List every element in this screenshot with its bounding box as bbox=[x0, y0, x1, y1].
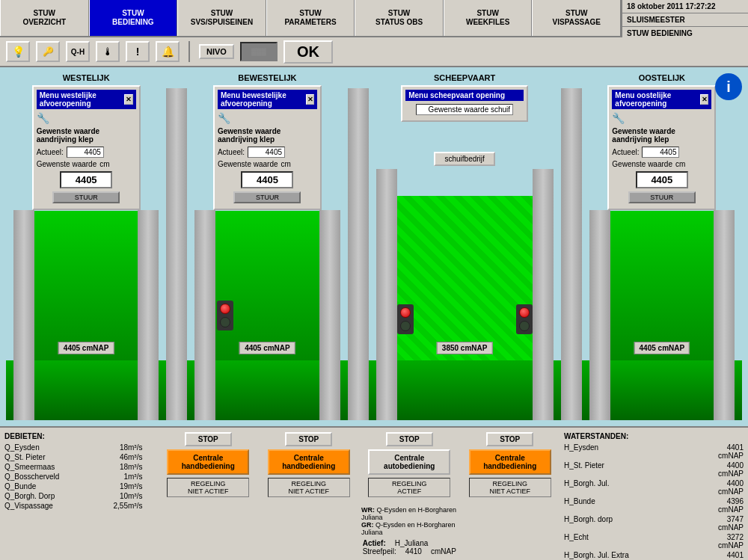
control-col-3: STOP Centralehandbediening REGELINGNIET … bbox=[462, 432, 559, 560]
debieten-row-3: Q_Bosscherveld 1 m³/s bbox=[4, 473, 154, 481]
water-row-6: H_Borgh. Jul. Extra 4401 cmNAP bbox=[564, 551, 744, 560]
tl-green-1 bbox=[220, 317, 230, 327]
oostelijk-apply-button[interactable]: STUUR bbox=[628, 191, 696, 203]
key-button[interactable]: 🔑 bbox=[36, 41, 60, 62]
oostelijk-popup-title: Menu oostelijke afvoeropening bbox=[615, 91, 700, 108]
stuw-bediening-label: STUW BEDIENING bbox=[622, 27, 748, 40]
tab-overzicht[interactable]: STUWOVERZICHT bbox=[0, 0, 89, 36]
bewestelijk-gate: 4405 cmNAP bbox=[187, 210, 347, 420]
scheepvaart-field[interactable]: Gewenste waarde schuif bbox=[416, 104, 513, 115]
water-row-1: H_St. Pieter 4400 cmNAP bbox=[564, 461, 744, 478]
bewestelijk-close-button[interactable]: ✕ bbox=[306, 94, 314, 105]
oostelijk-input[interactable] bbox=[636, 171, 688, 188]
bewestelijk-popup: Menu bewestelijke afvoeropening ✕ 🔧 Gewe… bbox=[213, 85, 322, 210]
centrale-handbediening-1[interactable]: Centralehandbediening bbox=[268, 449, 350, 475]
debieten-row-4: Q_Bunde 19 m³/s bbox=[4, 482, 154, 490]
tab-svs[interactable]: STUWSVS/SPUISEINEN bbox=[177, 0, 266, 36]
scheepvaart-gate-fill bbox=[397, 196, 533, 360]
westelijk-gewenste-label: Gewenste waarde aandrijving klep bbox=[37, 127, 136, 144]
oostelijk-actueel-label: Actueel: bbox=[612, 148, 639, 156]
debieten-title: DEBIETEN: bbox=[4, 432, 154, 440]
tl-red-1 bbox=[220, 304, 230, 314]
westelijk-pillar-left bbox=[13, 210, 34, 420]
gr-row: GR: Q-Eysden en H-Borgharen Juliana bbox=[361, 521, 458, 536]
oostelijk-close-button[interactable]: ✕ bbox=[700, 94, 708, 105]
bewestelijk-title: BEWESTELIJK bbox=[238, 73, 296, 82]
tab-weekfiles[interactable]: STUWWEEKFILES bbox=[444, 0, 533, 36]
water-value-6: 4401 cmNAP bbox=[702, 551, 744, 560]
debieten-unit-4: m³/s bbox=[128, 482, 154, 490]
qh-button[interactable]: Q-H bbox=[66, 41, 90, 62]
tab-status[interactable]: STUWSTATUS OBS bbox=[355, 0, 444, 36]
streefpeil-row: Streefpeil: 4410 cmNAP bbox=[363, 547, 456, 556]
westelijk-pillar-right bbox=[138, 210, 159, 420]
debieten-row-2: Q_Smeermaas 18 m³/s bbox=[4, 463, 154, 471]
centrale-autobediening-2[interactable]: Centraleautobediening bbox=[368, 449, 450, 475]
water-label-0: H_Eysden bbox=[564, 443, 702, 460]
tl-green-2 bbox=[400, 321, 411, 331]
section-scheepvaart: SCHEEPVAART Menu scheepvaart opening Gew… bbox=[369, 73, 561, 420]
centrale-handbediening-0[interactable]: Centralehandbediening bbox=[167, 449, 249, 475]
nivo-button[interactable]: NIVO bbox=[199, 44, 234, 59]
control-columns: STOP Centralehandbediening REGELINGNIET … bbox=[160, 432, 558, 560]
exclamation-button[interactable]: ! bbox=[126, 41, 150, 62]
water-value-0: 4401 cmNAP bbox=[702, 443, 744, 460]
bewestelijk-input[interactable] bbox=[241, 171, 293, 188]
sluismeester: SLUISMEESTER bbox=[622, 13, 748, 27]
westelijk-popup-titlebar: Menu westelijke afvoeropening ✕ bbox=[37, 90, 136, 109]
regeling-3: REGELINGNIET ACTIEF bbox=[469, 478, 551, 497]
bell-button[interactable]: 🔔 bbox=[156, 41, 180, 62]
bewestelijk-gewenste-label: Gewenste waarde aandrijving klep bbox=[218, 127, 317, 144]
tab-parameters[interactable]: STUWPARAMETERS bbox=[266, 0, 355, 36]
bewestelijk-popup-title: Menu bewestelijke afvoeropening bbox=[221, 91, 306, 108]
debieten-value-3: 1 bbox=[98, 473, 128, 481]
scheepvaart-traffic-light-left bbox=[397, 304, 414, 334]
scheepvaart-pillar-right bbox=[533, 169, 554, 420]
westelijk-gate-fill bbox=[34, 211, 138, 360]
schuifbedrijf-button[interactable]: schuifbedrijf bbox=[434, 152, 494, 166]
westelijk-close-button[interactable]: ✕ bbox=[124, 94, 132, 105]
oostelijk-gate-fill bbox=[610, 211, 714, 360]
debieten-value-4: 19 bbox=[98, 482, 128, 490]
tab-vispassage[interactable]: STUWVISPASSAGE bbox=[532, 0, 621, 36]
oostelijk-gewenste-row: Gewenste waarde cm bbox=[612, 160, 711, 168]
debieten-row-0: Q_Eysden 18 m³/s bbox=[4, 443, 154, 452]
water-label-5: H_Echt bbox=[564, 533, 702, 550]
debieten-value-2: 18 bbox=[98, 463, 128, 471]
thermometer-button[interactable]: 🌡 bbox=[96, 41, 120, 62]
water-row-3: H_Bunde 4396 cmNAP bbox=[564, 497, 744, 514]
oostelijk-cmnap: 4405 cmNAP bbox=[634, 342, 690, 354]
stop-button-3[interactable]: STOP bbox=[486, 432, 533, 446]
stop-button-1[interactable]: STOP bbox=[285, 432, 332, 446]
control-col-1: STOP Centralehandbediening REGELINGNIET … bbox=[261, 432, 358, 560]
ok-button[interactable]: OK bbox=[283, 40, 333, 64]
centrale-handbediening-3[interactable]: Centralehandbediening bbox=[469, 449, 551, 475]
regeling-1: REGELINGNIET ACTIEF bbox=[268, 478, 350, 497]
tab-bediening[interactable]: STUWBEDIENING bbox=[89, 0, 178, 36]
debieten-unit-3: m³/s bbox=[128, 473, 154, 481]
water-label-4: H_Borgh. dorp bbox=[564, 515, 702, 532]
oostelijk-title: OOSTELIJK bbox=[639, 73, 685, 82]
tl-green-3 bbox=[519, 321, 530, 331]
westelijk-input[interactable] bbox=[60, 171, 112, 188]
bewestelijk-apply-button[interactable]: STUUR bbox=[233, 191, 301, 203]
scheepvaart-title: SCHEEPVAART bbox=[434, 73, 495, 82]
scheepvaart-gate: 3850 cmNAP bbox=[369, 169, 561, 420]
stop-button-0[interactable]: STOP bbox=[185, 432, 232, 446]
water-row-4: H_Borgh. dorp 3747 cmNAP bbox=[564, 515, 744, 532]
debieten-value-1: 46 bbox=[98, 453, 128, 461]
streefpeil-label: Streefpeil: bbox=[363, 547, 396, 556]
oostelijk-pillar-left bbox=[589, 210, 610, 420]
scheepvaart-popup-titlebar: Menu scheepvaart opening bbox=[405, 90, 524, 101]
water-value-1: 4400 cmNAP bbox=[702, 461, 744, 478]
info-button[interactable]: i bbox=[715, 73, 742, 100]
waterstanden-title: WATERSTANDEN: bbox=[564, 432, 744, 440]
water-value-5: 3272 cmNAP bbox=[702, 533, 744, 550]
westelijk-cmnap: 4405 cmNAP bbox=[58, 342, 114, 354]
bewestelijk-actueel-field: 4405 bbox=[248, 147, 285, 158]
stop-button-2[interactable]: STOP bbox=[386, 432, 433, 446]
oostelijk-gewenste-label: Gewenste waarde aandrijving klep bbox=[612, 127, 711, 144]
scheepvaart-traffic-light-right bbox=[516, 304, 533, 334]
westelijk-apply-button[interactable]: STUUR bbox=[52, 191, 120, 203]
lightbulb-button[interactable]: 💡 bbox=[6, 41, 30, 62]
